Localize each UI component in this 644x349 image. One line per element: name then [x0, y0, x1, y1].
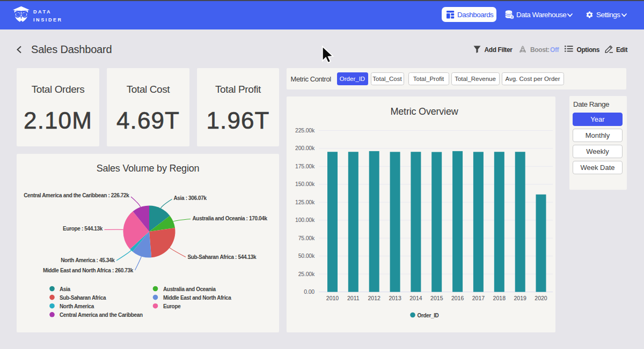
- svg-text:Central America and the Caribb: Central America and the Caribbean: [60, 312, 143, 318]
- svg-text:Australia and Oceania : 170.04: Australia and Oceania : 170.04k: [193, 216, 268, 221]
- svg-text:2010: 2010: [326, 295, 339, 301]
- svg-text:Central America and the Caribb: Central America and the Caribbean : 226.…: [24, 192, 129, 198]
- svg-text:2012: 2012: [368, 295, 381, 301]
- svg-text:2014: 2014: [409, 295, 422, 301]
- svg-text:Middle East and North Africa: Middle East and North Africa: [163, 295, 231, 301]
- svg-text:Sub-Saharan Africa: Sub-Saharan Africa: [60, 295, 106, 301]
- svg-text:150.00k: 150.00k: [295, 181, 315, 187]
- svg-text:Sub-Saharan Africa : 544.13k: Sub-Saharan Africa : 544.13k: [188, 254, 257, 260]
- svg-text:2018: 2018: [493, 295, 506, 301]
- svg-text:Australia and Oceania: Australia and Oceania: [163, 286, 216, 292]
- svg-text:Asia : 306.07k: Asia : 306.07k: [174, 195, 207, 201]
- svg-text:Europe: Europe: [163, 303, 181, 309]
- svg-text:2017: 2017: [472, 295, 485, 301]
- svg-text:125.00k: 125.00k: [295, 199, 315, 205]
- svg-text:50.00k: 50.00k: [298, 253, 315, 259]
- svg-text:175.00k: 175.00k: [295, 163, 315, 169]
- svg-text:Order_ID: Order_ID: [418, 313, 439, 318]
- svg-text:2020: 2020: [535, 295, 547, 301]
- svg-text:2019: 2019: [514, 295, 527, 301]
- svg-text:2013: 2013: [389, 295, 401, 301]
- svg-text:2015: 2015: [430, 295, 443, 301]
- svg-text:2011: 2011: [347, 295, 360, 301]
- svg-text:225.00k: 225.00k: [295, 127, 315, 133]
- svg-text:0.00: 0.00: [304, 288, 314, 295]
- svg-text:Europe : 544.13k: Europe : 544.13k: [63, 226, 103, 232]
- svg-text:100.00k: 100.00k: [295, 217, 315, 223]
- svg-text:75.00k: 75.00k: [298, 235, 315, 241]
- svg-text:200.00k: 200.00k: [295, 145, 315, 151]
- svg-text:Asia: Asia: [60, 286, 71, 292]
- svg-text:North America : 45.34k: North America : 45.34k: [61, 257, 115, 263]
- svg-text:Middle East and North Africa :: Middle East and North Africa : 260.73k: [43, 268, 134, 273]
- svg-text:North America: North America: [60, 303, 94, 309]
- svg-text:25.00k: 25.00k: [298, 271, 315, 277]
- svg-text:2016: 2016: [451, 295, 464, 301]
